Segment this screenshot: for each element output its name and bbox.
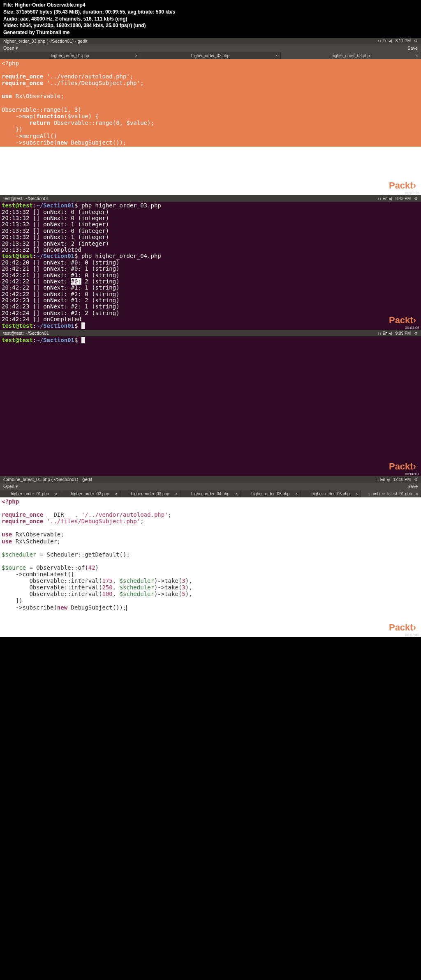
terminal[interactable]: test@test:~/Section01$ [0, 336, 421, 476]
packt-watermark: Packt› [389, 622, 416, 633]
window-titlebar: test@test: ~/Section01 ↑↓ En ◂) 9:09 PM … [0, 330, 421, 336]
close-icon[interactable]: × [296, 492, 298, 496]
tab-bar: higher_order_01.php× higher_order_02.php… [0, 490, 421, 497]
close-icon[interactable]: × [135, 53, 137, 58]
frame-timestamp: 00:04:06 [405, 326, 419, 330]
panel-terminal-2: test@test: ~/Section01 ↑↓ En ◂) 9:09 PM … [0, 330, 421, 476]
clock: 8:11 PM [396, 39, 411, 43]
clock: 9:09 PM [396, 331, 411, 336]
panel-gedit-1: higher_order_03.php (~/Section01) - gedi… [0, 38, 421, 195]
meta-file: File: Higher-Order Observable.mp4 [3, 2, 418, 9]
gedit-toolbar: Open ▾ Save [0, 483, 421, 490]
close-icon[interactable]: × [115, 492, 118, 496]
open-button[interactable]: Open ▾ [3, 46, 18, 51]
terminal[interactable]: test@test:~/Section01$ php higher_order_… [0, 202, 421, 330]
tab-file-3[interactable]: higher_order_03.php× [281, 52, 421, 59]
gear-icon[interactable]: ⚙ [414, 39, 418, 43]
tray-icons[interactable]: ↑↓ En ◂) [377, 331, 392, 336]
tray-icons[interactable]: ↑↓ En ◂) [377, 196, 392, 201]
window-title: test@test: ~/Section01 [3, 196, 49, 201]
meta-audio: Audio: aac, 48000 Hz, 2 channels, s16, 1… [3, 16, 418, 23]
tab-file[interactable]: higher_order_02.php× [60, 490, 120, 497]
code-editor[interactable]: <?php require_once '../vendor/autoload.p… [0, 59, 421, 147]
tab-file[interactable]: higher_order_04.php× [180, 490, 241, 497]
close-icon[interactable]: × [356, 492, 358, 496]
open-button[interactable]: Open ▾ [3, 484, 18, 489]
tab-file[interactable]: combine_latest_01.php× [361, 490, 421, 497]
close-icon[interactable]: × [235, 492, 238, 496]
tab-file[interactable]: higher_order_01.php× [0, 490, 60, 497]
meta-gen: Generated by Thumbnail me [3, 29, 418, 36]
tab-file[interactable]: higher_order_03.php× [120, 490, 180, 497]
window-titlebar: test@test: ~/Section01 ↑↓ En ◂) 8:43 PM … [0, 195, 421, 202]
gear-icon[interactable]: ⚙ [414, 477, 418, 482]
close-icon[interactable]: × [416, 492, 418, 496]
terminal-cursor [81, 322, 85, 329]
code-editor[interactable]: <?php require_once __DIR__ . '/../vendor… [0, 497, 421, 637]
frame-timestamp: 00:07:45 [405, 633, 419, 637]
gear-icon[interactable]: ⚙ [414, 196, 418, 201]
text-cursor [126, 605, 127, 611]
frame-timestamp: 00:06:07 [405, 472, 419, 476]
panel-terminal-1: test@test: ~/Section01 ↑↓ En ◂) 8:43 PM … [0, 195, 421, 330]
save-button[interactable]: Save [407, 46, 418, 51]
window-title: test@test: ~/Section01 [3, 331, 49, 336]
close-icon[interactable]: × [175, 492, 178, 496]
editor-blank-area[interactable] [0, 147, 421, 195]
panel-gedit-2: combine_latest_01.php (~/Section01) - ge… [0, 476, 421, 637]
window-titlebar: combine_latest_01.php (~/Section01) - ge… [0, 476, 421, 483]
tab-file[interactable]: higher_order_06.php× [301, 490, 361, 497]
save-button[interactable]: Save [407, 484, 418, 489]
tray-icons[interactable]: ↑↓ En ◂) [375, 477, 390, 482]
close-icon[interactable]: × [275, 53, 278, 58]
tab-bar: higher_order_01.php× higher_order_02.php… [0, 52, 421, 59]
tab-file-2[interactable]: higher_order_02.php× [140, 52, 280, 59]
window-titlebar: higher_order_03.php (~/Section01) - gedi… [0, 38, 421, 44]
frame-timestamp: 00:02:15 [405, 191, 419, 195]
tab-file[interactable]: higher_order_05.php× [241, 490, 301, 497]
close-icon[interactable]: × [55, 492, 57, 496]
meta-size: Size: 37155507 bytes (35.43 MiB), durati… [3, 9, 418, 16]
close-icon[interactable]: × [416, 53, 418, 58]
packt-watermark: Packt› [389, 461, 416, 472]
clock: 12:18 PM [393, 477, 411, 482]
gedit-toolbar: Open ▾ Save [0, 44, 421, 52]
tray-icons[interactable]: ↑↓ En ◂) [377, 39, 392, 43]
meta-video: Video: h264, yuv420p, 1920x1080, 384 kb/… [3, 22, 418, 29]
window-title: combine_latest_01.php (~/Section01) - ge… [3, 477, 92, 482]
window-title: higher_order_03.php (~/Section01) - gedi… [3, 39, 88, 44]
packt-watermark: Packt› [389, 315, 416, 326]
gear-icon[interactable]: ⚙ [414, 331, 418, 336]
terminal-cursor [81, 337, 85, 343]
clock: 8:43 PM [396, 196, 411, 201]
tab-file-1[interactable]: higher_order_01.php× [0, 52, 140, 59]
packt-watermark: Packt› [389, 180, 416, 191]
thumbnail-metadata: File: Higher-Order Observable.mp4 Size: … [0, 0, 421, 38]
